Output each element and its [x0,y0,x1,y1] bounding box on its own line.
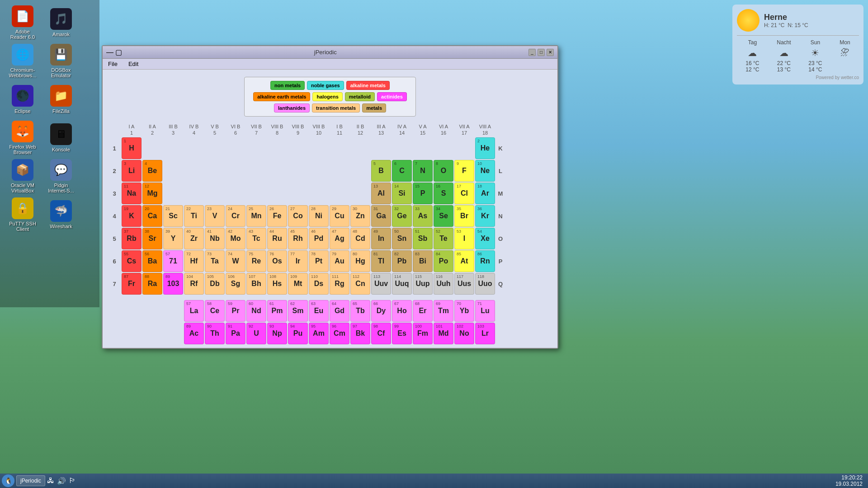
element-Tc[interactable]: 43Tc [246,228,266,249]
legend-actinides[interactable]: actinides [377,92,407,101]
element-Ti[interactable]: 22Ti [184,205,204,227]
element-Al[interactable]: 13Al [371,183,391,204]
element-Pt[interactable]: 78Pt [309,250,329,272]
element-Rg[interactable]: 111Rg [330,273,349,295]
element-Uuv[interactable]: 113Uuv [371,273,391,295]
desktop-icon-wireshark[interactable]: 🦈 Wireshark [43,197,79,233]
element-O[interactable]: 8O [434,160,453,182]
element-Mn[interactable]: 25Mn [246,205,266,227]
element-W[interactable]: 74W [226,250,245,272]
element-Hs[interactable]: 108Hs [267,273,287,295]
element-Pb[interactable]: 82Pb [392,250,412,272]
element-Rf[interactable]: 104Rf [184,273,204,295]
element-S[interactable]: 16S [434,183,453,204]
element-Xe[interactable]: 54Xe [475,228,495,249]
element-Sr[interactable]: 38Sr [142,228,162,249]
element-Sb[interactable]: 51Sb [413,228,433,249]
desktop-icon-eclipse[interactable]: 🌑 Eclipse [5,81,41,117]
element-Ga[interactable]: 31Ga [371,205,391,227]
element-Cd[interactable]: 48Cd [350,228,370,249]
desktop-icon-dosbox[interactable]: 💾 DOSBoxEmulator [43,43,79,79]
element-Be[interactable]: 4Be [142,160,162,182]
element-Fm[interactable]: 100Fm [413,323,433,344]
element-Lr[interactable]: 103Lr [475,323,495,344]
element-Tm[interactable]: 69Tm [434,300,453,322]
desktop-icon-chromium[interactable]: 🌐 Chromium-Webbrows... [5,43,41,79]
element-Bk[interactable]: 97Bk [350,323,370,344]
element-Lu[interactable]: 71Lu [475,300,495,322]
element-Ru[interactable]: 44Ru [267,228,287,249]
legend-alkaline-metals[interactable]: alkaline metals [346,81,390,90]
element-Li[interactable]: 3Li [122,160,142,182]
element-Mo[interactable]: 42Mo [226,228,245,249]
element-Ir[interactable]: 77Ir [288,250,308,272]
element-Am[interactable]: 95Am [309,323,329,344]
element-Uuo[interactable]: 118Uuo [475,273,495,295]
element-Au[interactable]: 79Au [330,250,349,272]
element-Uup[interactable]: 115Uup [413,273,433,295]
element-Sc[interactable]: 21Sc [163,205,183,227]
element-Zn[interactable]: 30Zn [350,205,370,227]
element-As[interactable]: 33As [413,205,433,227]
element-Uus[interactable]: 117Uus [454,273,474,295]
element-H[interactable]: 1H [122,137,142,159]
element-Nd[interactable]: 60Nd [246,300,266,322]
element-Y[interactable]: 39Y [163,228,183,249]
tray-sound-icon[interactable]: 🔊 [57,477,66,485]
element-Fe[interactable]: 26Fe [267,205,287,227]
element-Kr[interactable]: 36Kr [475,205,495,227]
element-At[interactable]: 85At [454,250,474,272]
element-Ba[interactable]: 56Ba [142,250,162,272]
menu-edit[interactable]: Edit [127,60,140,68]
element-Re[interactable]: 75Re [246,250,266,272]
element-Mg[interactable]: 12Mg [142,183,162,204]
element-N[interactable]: 7N [413,160,433,182]
element-Rh[interactable]: 45Rh [288,228,308,249]
element-Zr[interactable]: 40Zr [184,228,204,249]
element-Ar[interactable]: 18Ar [475,183,495,204]
element-Cf[interactable]: 98Cf [371,323,391,344]
element-P[interactable]: 15P [413,183,433,204]
element-Db[interactable]: 105Db [205,273,225,295]
desktop-icon-konsole[interactable]: 🖥 Konsole [43,120,79,156]
tray-network-icon[interactable]: 🖧 [47,477,54,485]
element-103[interactable]: 89103 [163,273,183,295]
element-I[interactable]: 53I [454,228,474,249]
element-Bi[interactable]: 83Bi [413,250,433,272]
element-Mt[interactable]: 109Mt [288,273,308,295]
element-Ra[interactable]: 88Ra [142,273,162,295]
element-K[interactable]: 19K [122,205,142,227]
element-U[interactable]: 92U [246,323,266,344]
legend-lanthanides[interactable]: lanthanides [274,103,310,113]
element-Hf[interactable]: 72Hf [184,250,204,272]
element-Ge[interactable]: 32Ge [392,205,412,227]
element-He[interactable]: 2He [475,137,495,159]
element-Po[interactable]: 84Po [434,250,453,272]
element-Si[interactable]: 14Si [392,183,412,204]
legend-alkaline-earth-metals[interactable]: alkaline earth metals [253,92,310,101]
desktop-icon-adobe[interactable]: 📄 AdobeReader 6.0 [5,5,41,41]
element-Ca[interactable]: 20Ca [142,205,162,227]
element-Np[interactable]: 93Np [267,323,287,344]
desktop-icon-putty[interactable]: 🔒 PuTTY SSHClient [5,197,41,233]
element-Pd[interactable]: 46Pd [309,228,329,249]
element-Pr[interactable]: 59Pr [226,300,245,322]
element-Pa[interactable]: 91Pa [226,323,245,344]
element-Sm[interactable]: 62Sm [288,300,308,322]
element-Yb[interactable]: 70Yb [454,300,474,322]
element-Th[interactable]: 90Th [205,323,225,344]
element-Hg[interactable]: 80Hg [350,250,370,272]
element-Ce[interactable]: 58Ce [205,300,225,322]
element-Cu[interactable]: 29Cu [330,205,349,227]
element-Br[interactable]: 35Br [454,205,474,227]
element-Ta[interactable]: 73Ta [205,250,225,272]
element-Fr[interactable]: 87Fr [122,273,142,295]
element-Cl[interactable]: 17Cl [454,183,474,204]
element-Pu[interactable]: 94Pu [288,323,308,344]
element-Md[interactable]: 101Md [434,323,453,344]
element-Ac[interactable]: 89Ac [184,323,204,344]
legend-noble-gases[interactable]: noble gases [307,81,344,90]
taskbar-start-button[interactable]: 🐧 [2,474,14,487]
element-Co[interactable]: 27Co [288,205,308,227]
window-close-button[interactable]: ✕ [547,49,554,56]
